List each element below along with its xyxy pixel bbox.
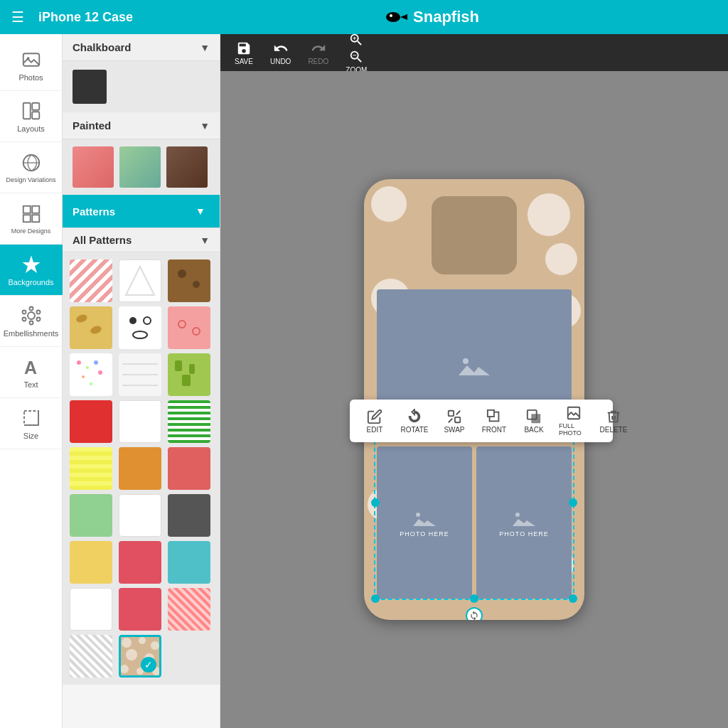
sidebar-item-design[interactable]: Design Variations — [0, 142, 63, 193]
chalkboard-section-header[interactable]: Chalkboard ▼ — [63, 34, 220, 61]
pattern-cell-22[interactable] — [70, 588, 112, 631]
rotate-button[interactable]: ROTATE — [400, 409, 429, 434]
svg-rect-10 — [32, 205, 39, 213]
zoom-button[interactable]: ZOOM — [346, 32, 367, 74]
sidebar-item-photos[interactable]: Photos — [0, 40, 63, 91]
painted-swatch-brown[interactable] — [166, 146, 208, 188]
svg-rect-46 — [182, 375, 191, 386]
back-button[interactable]: BACK — [519, 409, 549, 434]
pattern-cell-1[interactable] — [70, 259, 112, 302]
save-button[interactable]: SAVE — [235, 41, 253, 65]
chalkboard-swatches — [63, 61, 220, 112]
pattern-cell-10[interactable] — [70, 400, 112, 443]
pattern-grid: ✓ — [63, 252, 220, 685]
pattern-cell-17[interactable] — [119, 494, 161, 537]
painted-swatch-red[interactable] — [73, 146, 114, 188]
pattern-cell-4[interactable] — [70, 306, 112, 349]
pattern-cell-24[interactable] — [168, 588, 210, 631]
pattern-cell-20[interactable] — [119, 541, 161, 584]
backgrounds-panel: Chalkboard ▼ Painted ▼ Patterns ▼ All Pa… — [63, 34, 220, 728]
pattern-cell-16[interactable] — [70, 494, 112, 537]
sidebar-item-size[interactable]: Size — [0, 398, 63, 449]
full-photo-button[interactable]: FULL PHOTO — [559, 405, 589, 437]
svg-point-31 — [144, 317, 151, 324]
pattern-cell-27[interactable] — [168, 635, 210, 678]
menu-icon[interactable]: ☰ — [11, 9, 24, 26]
pattern-cell-25[interactable] — [70, 635, 112, 678]
pattern-cell-11[interactable] — [119, 400, 161, 443]
sidebar-item-layouts[interactable]: Layouts — [0, 91, 63, 142]
pattern-cell-15[interactable] — [168, 447, 210, 490]
dot-2 — [528, 193, 570, 236]
photo-slot-bottom-right[interactable]: PHOTO HERE — [476, 446, 572, 599]
svg-rect-7 — [32, 112, 39, 119]
svg-point-34 — [193, 328, 200, 335]
sidebar-item-more[interactable]: More Designs — [0, 193, 63, 245]
pattern-cell-12[interactable] — [168, 400, 210, 443]
pattern-cell-19[interactable] — [70, 541, 112, 584]
all-patterns-header[interactable]: All Patterns ▼ — [63, 228, 220, 252]
svg-rect-45 — [189, 364, 195, 374]
svg-point-16 — [36, 310, 40, 314]
patterns-section-header[interactable]: Patterns ▼ — [63, 195, 220, 228]
pattern-cell-8[interactable] — [119, 353, 161, 396]
redo-button[interactable]: REDO — [308, 41, 328, 65]
toolbar: SAVE UNDO REDO ZOOM — [220, 34, 728, 71]
pattern-cell-13[interactable] — [70, 447, 112, 490]
pattern-cell-3[interactable] — [168, 259, 210, 302]
svg-point-20 — [22, 310, 26, 314]
svg-rect-62 — [488, 410, 494, 416]
camera-cutout — [432, 196, 517, 274]
sidebar-item-embellishments[interactable]: Embellishments — [0, 296, 63, 347]
pattern-cell-2[interactable] — [119, 259, 161, 302]
svg-rect-12 — [32, 215, 39, 222]
svg-point-1 — [390, 14, 392, 17]
all-patterns-chevron-icon: ▼ — [200, 235, 210, 246]
svg-point-35 — [77, 360, 81, 365]
pattern-cell-9[interactable] — [168, 353, 210, 396]
edit-button[interactable]: EDIT — [360, 409, 390, 434]
svg-point-14 — [28, 312, 35, 319]
rotate-handle[interactable] — [466, 607, 483, 620]
selected-checkmark: ✓ — [141, 657, 156, 673]
svg-point-51 — [126, 649, 137, 660]
painted-section-header[interactable]: Painted ▼ — [63, 112, 220, 139]
chalkboard-title: Chalkboard — [73, 41, 132, 53]
svg-point-58 — [515, 513, 520, 517]
chalkboard-swatch-dark[interactable] — [73, 70, 107, 104]
front-button[interactable]: FRONT — [479, 409, 509, 434]
photo-slots: PHOTO HERE PHOTO HERE — [377, 289, 572, 599]
photo-slot-bottom-left[interactable]: PHOTO HERE — [377, 446, 472, 599]
svg-point-33 — [178, 321, 186, 328]
patterns-title: Patterns — [73, 205, 115, 218]
undo-button[interactable]: UNDO — [270, 41, 291, 65]
pattern-cell-6[interactable] — [168, 306, 210, 349]
svg-marker-13 — [22, 255, 40, 272]
svg-point-29 — [90, 325, 102, 336]
swap-button[interactable]: SWAP — [439, 409, 469, 434]
svg-point-48 — [122, 638, 132, 648]
pattern-cell-7[interactable] — [70, 353, 112, 396]
chalkboard-chevron-icon: ▼ — [200, 42, 210, 53]
dot-3 — [545, 243, 577, 275]
svg-point-49 — [139, 637, 146, 644]
svg-point-19 — [22, 317, 26, 321]
sidebar-item-text[interactable]: A Text — [0, 347, 63, 398]
svg-point-32 — [133, 331, 147, 338]
pattern-cell-21[interactable] — [168, 541, 210, 584]
pattern-cell-18[interactable] — [168, 494, 210, 537]
painted-swatch-green[interactable] — [119, 146, 161, 188]
pattern-cell-5[interactable] — [119, 306, 161, 349]
canvas-area: PHOTO HERE PHOTO HERE — [220, 71, 728, 728]
pattern-cell-14[interactable] — [119, 447, 161, 490]
header: ☰ iPhone 12 Case Snapfish — [0, 0, 728, 34]
svg-rect-11 — [23, 215, 30, 222]
page-title: iPhone 12 Case — [38, 10, 133, 25]
sidebar-item-backgrounds[interactable]: Backgrounds — [0, 245, 63, 296]
pattern-cell-26-selected[interactable]: ✓ — [119, 635, 161, 678]
delete-button[interactable]: DELETE — [599, 409, 628, 434]
pattern-cell-23[interactable] — [119, 588, 161, 631]
svg-text:A: A — [24, 358, 37, 378]
svg-point-57 — [416, 513, 420, 517]
svg-rect-60 — [455, 417, 460, 422]
